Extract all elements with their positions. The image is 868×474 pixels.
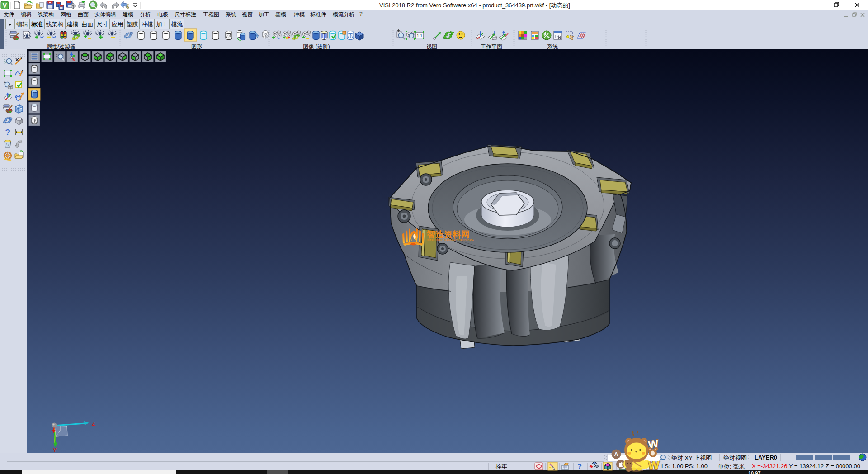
svg-text:?: ? — [5, 128, 10, 137]
svg-text:V: V — [3, 2, 7, 9]
svg-text:Z: Z — [92, 421, 95, 427]
svg-text:A: A — [614, 451, 618, 458]
svg-text:?: ? — [577, 462, 582, 471]
svg-text:Y: Y — [53, 447, 57, 453]
svg-text:W: W — [648, 459, 660, 472]
svg-text:1:1: 1:1 — [417, 33, 423, 38]
